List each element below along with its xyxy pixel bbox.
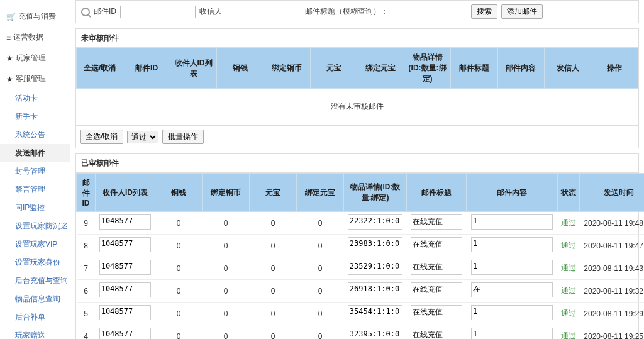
table-row: 71048577000023529:1:0:0在线充值1通过2020-08-11… xyxy=(77,257,645,280)
cell-textarea[interactable]: 1048577 xyxy=(99,260,152,275)
reviewed-table: 邮件ID收件人ID列表铜钱绑定铜币元宝绑定元宝物品详情(ID:数量:绑定)邮件标… xyxy=(76,173,644,339)
status-badge: 通过 xyxy=(561,264,576,272)
sidebar-item[interactable]: 后台补单 xyxy=(0,308,70,326)
column-header: 收件人ID列表 xyxy=(96,174,155,212)
unreviewed-title: 未审核邮件 xyxy=(76,29,638,48)
column-header: 邮件内容 xyxy=(467,174,558,212)
table-row: 81048577000023983:1:0:0在线充值1通过2020-08-11… xyxy=(77,235,645,257)
column-header: 物品详情(ID:数量:绑定) xyxy=(344,174,407,212)
cell-textarea[interactable]: 1048577 xyxy=(99,214,152,230)
cell-textarea[interactable]: 在线充值 xyxy=(411,214,463,230)
table-row: 61048577000026918:1:0:0在线充值在通过2020-08-11… xyxy=(77,280,645,303)
sidebar-item[interactable]: 禁言管理 xyxy=(0,181,70,199)
unreviewed-toolbar: 全选/取消 通过 批量操作 xyxy=(76,125,638,148)
group-icon: ≡ xyxy=(6,33,11,42)
sidebar-item[interactable]: 系统公告 xyxy=(0,126,70,144)
column-header: 物品详情(ID:数量:绑定) xyxy=(404,48,450,89)
cell-textarea[interactable]: 在线充值 xyxy=(411,305,463,320)
sidebar-group[interactable]: ★玩家管理 xyxy=(0,48,70,69)
column-header: 铜钱 xyxy=(155,174,203,212)
cell-textarea[interactable]: 1048577 xyxy=(99,305,152,320)
search-button[interactable]: 搜索 xyxy=(471,4,497,19)
recipient-label: 收信人 xyxy=(199,6,222,17)
column-header: 邮件ID xyxy=(77,174,96,212)
column-header: 发送时间 xyxy=(580,174,645,212)
cell-textarea[interactable]: 在线充值 xyxy=(411,282,463,297)
cell-textarea[interactable]: 23983:1:0:0 xyxy=(348,237,402,252)
cell-textarea[interactable]: 1 xyxy=(471,214,553,230)
sidebar-item[interactable]: 设置玩家防沉迷 xyxy=(0,217,70,235)
reviewed-panel: 已审核邮件 邮件ID收件人ID列表铜钱绑定铜币元宝绑定元宝物品详情(ID:数量:… xyxy=(75,153,639,339)
status-badge: 通过 xyxy=(561,241,576,250)
batch-button[interactable]: 批量操作 xyxy=(162,130,204,144)
recipient-input[interactable] xyxy=(226,6,301,18)
column-header: 操作 xyxy=(591,48,638,89)
status-badge: 通过 xyxy=(561,218,576,227)
sidebar-group[interactable]: 🛒充值与消费 xyxy=(0,6,70,27)
column-header: 绑定元宝 xyxy=(297,174,344,212)
sidebar-item[interactable]: 同IP监控 xyxy=(0,199,70,217)
status-badge: 通过 xyxy=(561,286,576,295)
sidebar-item[interactable]: 设置玩家身份 xyxy=(0,253,70,272)
cell-textarea[interactable]: 1 xyxy=(471,237,553,252)
group-icon: 🛒 xyxy=(6,13,16,21)
cell-textarea[interactable]: 26918:1:0:0 xyxy=(348,282,402,297)
group-label: 客服管理 xyxy=(16,74,46,84)
row-index: 7 xyxy=(84,264,88,273)
sidebar-item[interactable]: 发送邮件 xyxy=(0,144,70,162)
sidebar-item[interactable]: 物品信息查询 xyxy=(0,290,70,308)
column-header: 元宝 xyxy=(311,48,357,89)
column-header: 元宝 xyxy=(250,174,297,212)
action-select[interactable]: 通过 xyxy=(127,131,158,143)
main-content: 邮件ID 收信人 邮件标题（模糊查询）： 搜索 添加邮件 未审核邮件 全选/取消… xyxy=(70,0,644,339)
sidebar-item[interactable]: 玩家赠送 xyxy=(0,326,70,339)
sidebar-item[interactable]: 活动卡 xyxy=(0,89,70,108)
cell-textarea[interactable]: 22322:1:0:0 xyxy=(348,214,402,230)
column-header: 邮件标题 xyxy=(451,48,497,89)
search-bar: 邮件ID 收信人 邮件标题（模糊查询）： 搜索 添加邮件 xyxy=(75,0,639,23)
row-index: 4 xyxy=(84,332,88,340)
toggle-all-button[interactable]: 全选/取消 xyxy=(80,130,123,144)
sidebar-item[interactable]: 设置玩家VIP xyxy=(0,235,70,253)
cell-textarea[interactable]: 1048577 xyxy=(99,237,152,252)
status-badge: 通过 xyxy=(561,309,576,318)
mail-subject-input[interactable] xyxy=(392,6,467,18)
add-mail-button[interactable]: 添加邮件 xyxy=(501,4,543,19)
group-label: 充值与消费 xyxy=(18,11,56,22)
unreviewed-table: 全选/取消邮件ID收件人ID列表铜钱绑定铜币元宝绑定元宝物品详情(ID:数量:绑… xyxy=(76,48,638,125)
column-header: 绑定铜币 xyxy=(203,174,250,212)
cell-textarea[interactable]: 35454:1:1:0 xyxy=(348,305,402,320)
cell-textarea[interactable]: 1048577 xyxy=(99,328,152,339)
cell-textarea[interactable]: 在 xyxy=(471,282,553,297)
row-index: 5 xyxy=(84,309,88,318)
reviewed-title: 已审核邮件 xyxy=(76,154,638,173)
cell-textarea[interactable]: 在线充值 xyxy=(411,328,463,339)
cell-textarea[interactable]: 23529:1:0:0 xyxy=(348,260,402,275)
column-header: 全选/取消 xyxy=(77,48,123,89)
cell-textarea[interactable]: 32395:1:0:0 xyxy=(348,328,402,339)
column-header: 收件人ID列表 xyxy=(170,48,216,89)
row-index: 8 xyxy=(84,242,88,250)
sidebar-item[interactable]: 封号管理 xyxy=(0,162,70,181)
column-header: 邮件ID xyxy=(123,48,170,89)
column-header: 发信人 xyxy=(545,48,591,89)
column-header: 绑定元宝 xyxy=(357,48,404,89)
sidebar-item[interactable]: 新手卡 xyxy=(0,108,70,126)
search-icon xyxy=(81,8,90,16)
mail-id-input[interactable] xyxy=(120,6,196,18)
group-icon: ★ xyxy=(6,75,13,84)
table-row: 41048577000032395:1:0:0在线充值1通过2020-08-11… xyxy=(77,325,645,340)
cell-textarea[interactable]: 在线充值 xyxy=(411,260,463,275)
column-header: 邮件标题 xyxy=(407,174,467,212)
unreviewed-panel: 未审核邮件 全选/取消邮件ID收件人ID列表铜钱绑定铜币元宝绑定元宝物品详情(I… xyxy=(75,28,639,148)
cell-textarea[interactable]: 1 xyxy=(471,260,553,275)
cell-textarea[interactable]: 在线充值 xyxy=(411,237,463,252)
sidebar-group[interactable]: ≡运营数据 xyxy=(0,27,70,48)
cell-textarea[interactable]: 1048577 xyxy=(99,282,152,297)
row-index: 9 xyxy=(84,219,88,228)
cell-textarea[interactable]: 1 xyxy=(471,328,553,339)
sidebar-group[interactable]: ★客服管理 xyxy=(0,69,70,89)
table-row: 51048577000035454:1:1:0在线充值1通过2020-08-11… xyxy=(77,303,645,325)
cell-textarea[interactable]: 1 xyxy=(471,305,553,320)
sidebar-item[interactable]: 后台充值与查询 xyxy=(0,272,70,290)
